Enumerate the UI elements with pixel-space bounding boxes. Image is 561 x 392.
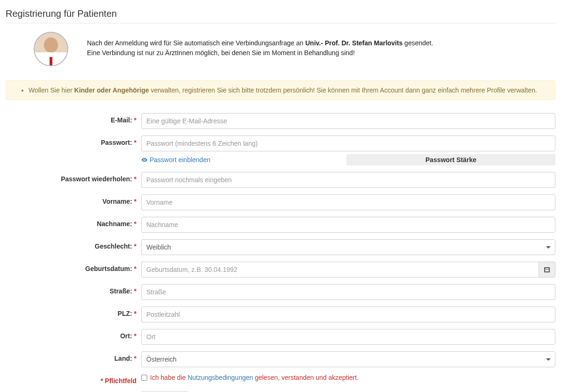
intro-line2: Eine Verbindung ist nur zu ÄrztInnen mög… — [87, 49, 355, 57]
label-zip: PLZ: * — [6, 306, 141, 317]
email-field[interactable] — [141, 113, 555, 129]
zip-field[interactable] — [141, 306, 555, 322]
label-firstname: Vorname: * — [6, 194, 141, 205]
tip-pre: Wollen Sie hier — [29, 86, 74, 94]
doctor-name: Univ.- Prof. Dr. Stefan Marlovits — [305, 39, 403, 47]
terms-text: Ich habe die Nutzungsbedingungen gelesen… — [150, 374, 359, 381]
page-title: Registrierung für Patienten — [6, 5, 555, 23]
country-select[interactable]: Österreich — [141, 351, 555, 367]
label-lastname: Nachname: * — [6, 217, 141, 228]
label-password2: Passwort wiederholen: * — [6, 172, 141, 183]
label-city: Ort: * — [6, 329, 141, 340]
password-toggle[interactable]: Passwort einblenden — [141, 154, 346, 165]
label-gender: Geschlecht: * — [6, 239, 141, 250]
tip-box: Wollen Sie hier Kinder oder Angehörige v… — [6, 80, 555, 100]
password-toggle-text: Passwort einblenden — [150, 156, 210, 164]
street-field[interactable] — [141, 284, 555, 300]
gender-select[interactable]: Weiblich — [141, 239, 555, 255]
label-password: Passwort: * — [6, 135, 141, 146]
city-field[interactable] — [141, 329, 555, 345]
calendar-icon — [544, 267, 550, 272]
tip-post: verwalten, registrieren Sie sich bitte t… — [149, 86, 537, 94]
doctor-avatar — [34, 32, 68, 66]
firstname-field[interactable] — [141, 194, 555, 210]
terms-link[interactable]: Nutzungsbedingungen — [187, 374, 253, 381]
intro-line1-post: gesendet. — [403, 39, 433, 47]
eye-icon — [141, 157, 148, 163]
calendar-button[interactable] — [539, 262, 555, 278]
label-birthdate: Geburtsdatum: * — [6, 262, 141, 272]
tip-item: Wollen Sie hier Kinder oder Angehörige v… — [29, 86, 547, 94]
intro-section: Nach der Anmeldung wird für Sie automati… — [6, 32, 555, 66]
label-pflicht: * Pflichtfeld — [6, 374, 141, 385]
terms-checkbox[interactable] — [141, 375, 147, 381]
birthdate-field[interactable] — [141, 262, 539, 278]
label-country: Land: * — [6, 351, 141, 362]
password-strength-label: Passwort Stärke — [346, 154, 555, 165]
password-field[interactable] — [141, 135, 555, 151]
label-street: Straße: * — [6, 284, 141, 295]
registration-form: E-Mail: * Passwort: * Passwort einblende… — [6, 113, 555, 392]
lastname-field[interactable] — [141, 217, 555, 233]
password-repeat-field[interactable] — [141, 172, 555, 188]
tip-bold: Kinder oder Angehörige — [74, 86, 149, 94]
intro-text: Nach der Anmeldung wird für Sie automati… — [87, 32, 433, 58]
label-email: E-Mail: * — [6, 113, 141, 124]
intro-line1-pre: Nach der Anmeldung wird für Sie automati… — [87, 39, 305, 47]
